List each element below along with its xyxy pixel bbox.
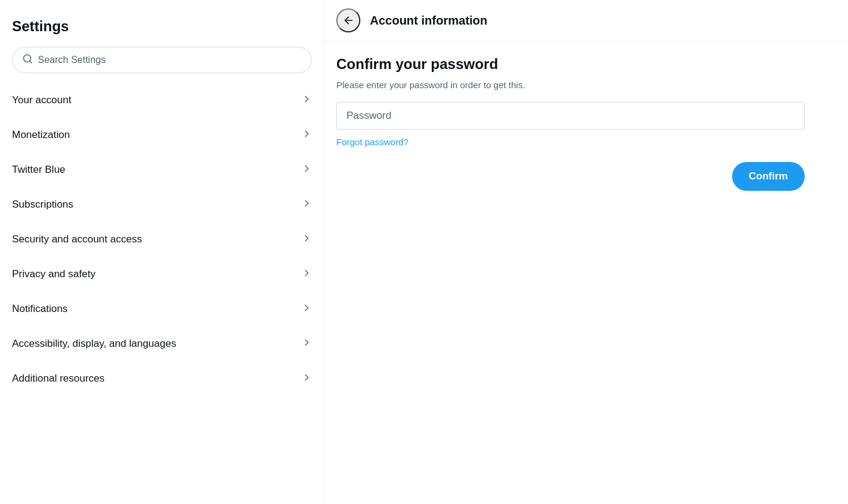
confirm-button[interactable]: Confirm	[732, 162, 805, 191]
sidebar-item-security-and-account-access[interactable]: Security and account access	[0, 222, 324, 257]
search-icon	[22, 53, 33, 67]
sidebar-item-label-notifications: Notifications	[12, 303, 68, 315]
password-input[interactable]	[347, 110, 795, 122]
chevron-right-icon	[301, 268, 312, 281]
chevron-right-icon	[301, 372, 312, 385]
forgot-password-link[interactable]: Forgot password?	[336, 137, 408, 147]
settings-title: Settings	[0, 12, 324, 47]
back-button[interactable]	[336, 8, 360, 32]
sidebar-item-your-account[interactable]: Your account	[0, 83, 324, 118]
confirm-button-row: Confirm	[336, 162, 805, 191]
svg-line-1	[29, 61, 31, 62]
sidebar-item-label-security-and-account-access: Security and account access	[12, 233, 142, 245]
chevron-right-icon	[301, 128, 312, 142]
search-box[interactable]: Search Settings	[12, 47, 312, 73]
settings-nav: Your accountMonetizationTwitter BlueSubs…	[0, 83, 324, 396]
sidebar-item-accessibility-display-and-languages[interactable]: Accessibility, display, and languages	[0, 326, 324, 361]
confirm-password-title: Confirm your password	[336, 56, 836, 73]
sidebar-item-label-twitter-blue: Twitter Blue	[12, 164, 65, 176]
chevron-right-icon	[301, 94, 312, 107]
sidebar-item-twitter-blue[interactable]: Twitter Blue	[0, 152, 324, 187]
chevron-right-icon	[301, 163, 312, 176]
chevron-right-icon	[301, 302, 312, 316]
sidebar-item-label-privacy-and-safety: Privacy and safety	[12, 268, 95, 280]
sidebar-item-label-your-account: Your account	[12, 94, 71, 106]
search-container: Search Settings	[12, 47, 312, 73]
sidebar-item-label-subscriptions: Subscriptions	[12, 199, 73, 211]
sidebar-item-additional-resources[interactable]: Additional resources	[0, 361, 324, 396]
back-arrow-icon	[342, 14, 354, 26]
sidebar-item-label-monetization: Monetization	[12, 129, 70, 141]
chevron-right-icon	[301, 233, 312, 246]
search-placeholder: Search Settings	[38, 55, 106, 65]
password-input-wrapper[interactable]	[336, 102, 805, 130]
sidebar-item-notifications[interactable]: Notifications	[0, 292, 324, 326]
chevron-right-icon	[301, 337, 312, 350]
content-header: Account information	[324, 0, 848, 41]
sidebar-item-privacy-and-safety[interactable]: Privacy and safety	[0, 257, 324, 292]
sidebar-item-label-additional-resources: Additional resources	[12, 373, 104, 385]
sidebar-item-monetization[interactable]: Monetization	[0, 118, 324, 152]
sidebar-item-subscriptions[interactable]: Subscriptions	[0, 187, 324, 222]
settings-sidebar: Settings Search Settings Your accountMon…	[0, 0, 324, 504]
chevron-right-icon	[301, 198, 312, 211]
content-body: Confirm your password Please enter your …	[324, 41, 848, 205]
main-content: Account information Confirm your passwor…	[324, 0, 848, 504]
account-information-title: Account information	[370, 14, 488, 28]
section-description: Please enter your password in order to g…	[336, 80, 836, 90]
sidebar-item-label-accessibility-display-and-languages: Accessibility, display, and languages	[12, 338, 176, 350]
